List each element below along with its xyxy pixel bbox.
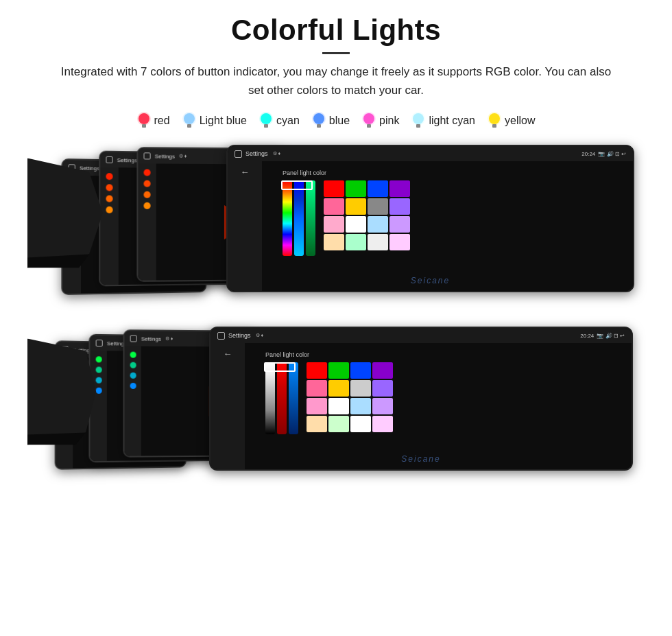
sidebar-dot-b2c — [95, 377, 101, 384]
grid-cell-0 — [307, 362, 327, 379]
main-screen-top: Settings ⚙ ♦ 20:24 📷 🔊 ⊡ ↩ ← — [228, 146, 633, 291]
top-devices-stack: Settings ⚙ ♦ — [62, 145, 645, 306]
sidebar-dot-3d — [143, 202, 150, 209]
color-item-pink: pink — [362, 112, 399, 130]
sidebar-dot-3c — [143, 191, 150, 198]
grid-cell-5 — [328, 380, 349, 397]
status-bar-main: 20:24 📷 🔊 ⊡ ↩ — [581, 151, 626, 157]
panel-content-area-b: Panel light color — [245, 343, 632, 469]
ribbon-left-bottom-area — [27, 327, 96, 481]
grid-cell-2 — [368, 180, 388, 197]
device-sidebar-2 — [100, 167, 118, 285]
settings-icons-main: ⚙ ♦ — [273, 151, 281, 156]
panel-content-area: Panel light color — [262, 161, 633, 291]
grid-cell-11 — [372, 398, 393, 414]
grid-cell-8 — [307, 398, 327, 414]
svg-rect-14 — [367, 124, 371, 128]
color-bar-rainbow — [283, 180, 292, 256]
bottom-devices-stack: Settings ⚙ ♦ — [55, 327, 645, 481]
svg-point-7 — [261, 113, 272, 124]
grid-cell-14 — [350, 416, 371, 432]
color-item-cyan: cyan — [259, 112, 300, 130]
sidebar-dot-b2d — [95, 388, 101, 394]
grid-cell-15 — [372, 416, 393, 432]
selected-bar-indicator-b — [264, 362, 296, 372]
sidebar-dot-2d — [106, 207, 112, 213]
top-device-group: Settings ⚙ ♦ — [27, 145, 645, 306]
settings-label-b3: Settings — [141, 335, 161, 342]
svg-point-10 — [313, 113, 324, 124]
sidebar-dot-b3d — [130, 383, 136, 389]
svg-rect-5 — [187, 124, 191, 128]
home-icon-3 — [143, 153, 150, 160]
svg-point-13 — [363, 113, 374, 124]
settings-icons-b3: ⚙ ♦ — [165, 336, 173, 342]
svg-marker-23 — [27, 338, 96, 445]
main-device-bottom: Settings ⚙ ♦ 20:24 📷 🔊 ⊡ ↩ ← — [209, 327, 633, 471]
color-label-yellow: yellow — [505, 115, 535, 127]
device-sidebar-3 — [138, 164, 156, 281]
settings-icons-main-b: ⚙ ♦ — [256, 333, 264, 338]
home-icon-2 — [106, 156, 112, 163]
color-bar-green — [306, 180, 315, 256]
page-container: Colorful Lights Integrated with 7 colors… — [0, 0, 672, 522]
grid-cell-14 — [368, 234, 388, 250]
main-topbar-top: Settings ⚙ ♦ 20:24 📷 🔊 ⊡ ↩ — [228, 146, 633, 161]
ribbon-left-area — [27, 145, 96, 306]
grid-cell-6 — [368, 198, 388, 215]
main-body-bottom: ← Panel light color — [211, 343, 632, 469]
color-bar-red-b — [277, 362, 287, 434]
svg-rect-11 — [317, 124, 321, 128]
color-item-Light-blue: Light blue — [182, 112, 247, 130]
sidebar-dot-b3c — [130, 373, 136, 379]
panel-light-label-b: Panel light color — [265, 351, 309, 358]
back-arrow-area: ← — [228, 161, 262, 291]
grid-cell-6 — [350, 380, 371, 397]
svg-marker-24 — [27, 432, 86, 445]
bulb-icon-red — [137, 112, 151, 130]
grid-cell-5 — [346, 198, 366, 215]
status-bar-main-b: 20:24 📷 🔊 ⊡ ↩ — [580, 333, 625, 339]
panel-light-label: Panel light color — [283, 169, 326, 176]
svg-marker-21 — [27, 158, 103, 268]
grid-cell-0 — [324, 180, 344, 197]
grid-cell-2 — [350, 362, 371, 379]
color-bar-blue-b — [289, 362, 298, 434]
grid-cell-12 — [307, 416, 327, 432]
grid-cell-8 — [324, 216, 344, 233]
grid-cell-10 — [350, 398, 371, 414]
sidebar-dot-2b — [106, 185, 112, 191]
title-section: Colorful Lights — [27, 14, 645, 54]
grid-cell-1 — [346, 180, 366, 197]
color-item-red: red — [137, 112, 170, 130]
sidebar-dot-2c — [106, 196, 112, 202]
home-icon-main — [235, 150, 242, 158]
bottom-device-section: Settings ⚙ ♦ — [27, 327, 645, 481]
page-title: Colorful Lights — [27, 14, 645, 47]
grid-cell-13 — [328, 416, 349, 432]
grid-cell-12 — [324, 234, 344, 250]
settings-main-b: Settings — [228, 332, 251, 339]
sidebar-dot-b3a — [130, 352, 136, 358]
color-label-cyan: cyan — [276, 115, 300, 127]
grid-cell-7 — [389, 198, 410, 215]
color-bars-bottom — [265, 362, 298, 434]
bulb-icon-cyan — [259, 112, 273, 130]
grid-cell-11 — [389, 216, 410, 233]
settings-label-2: Settings — [117, 157, 137, 163]
grid-cell-9 — [346, 216, 366, 233]
sidebar-dot-3b — [143, 180, 150, 187]
color-grid-top — [324, 180, 410, 250]
time-display-b: 20:24 — [580, 333, 594, 339]
bottom-device-group: Settings ⚙ ♦ — [27, 327, 645, 481]
bulb-icon-pink — [362, 112, 376, 130]
svg-point-19 — [489, 113, 500, 124]
color-item-yellow: yellow — [488, 112, 535, 130]
time-display: 20:24 — [581, 151, 595, 157]
sidebar-dot-3a — [143, 169, 150, 176]
top-device-section: Settings ⚙ ♦ — [27, 145, 645, 306]
svg-rect-2 — [142, 124, 146, 128]
color-item-blue: blue — [312, 112, 350, 130]
color-label-Light-blue: Light blue — [200, 115, 247, 127]
home-icon-b3 — [130, 335, 137, 342]
